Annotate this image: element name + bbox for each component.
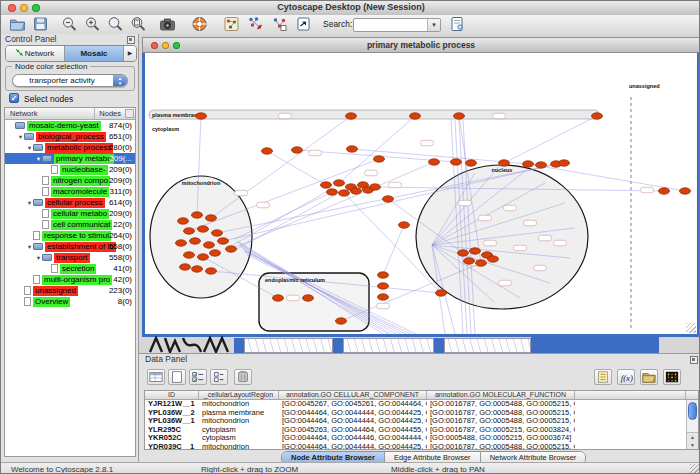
network-node[interactable] bbox=[680, 188, 691, 194]
network-node[interactable] bbox=[374, 156, 385, 162]
network-window[interactable]: primary metabolic process plasma membran… bbox=[142, 37, 700, 337]
tree-row[interactable]: multi-organism pro42(0) bbox=[5, 274, 135, 285]
network-node[interactable] bbox=[292, 147, 303, 153]
network-node[interactable] bbox=[190, 238, 201, 244]
attribute-batch-editor-icon[interactable] bbox=[594, 369, 612, 385]
network-node[interactable] bbox=[451, 159, 462, 165]
tab-overflow-arrow[interactable]: ▶ bbox=[124, 46, 136, 61]
network-node[interactable] bbox=[536, 162, 547, 168]
table-row[interactable]: YPL036W__1mitochondrion[GO:0044464, GO:0… bbox=[145, 417, 686, 426]
network-node[interactable] bbox=[321, 182, 332, 188]
network-node[interactable] bbox=[196, 113, 207, 119]
network-node[interactable] bbox=[192, 212, 203, 218]
network-node[interactable] bbox=[399, 222, 410, 228]
network-node[interactable] bbox=[303, 295, 314, 301]
delete-attribute-icon[interactable] bbox=[234, 369, 252, 385]
network-node[interactable] bbox=[383, 196, 394, 202]
scrollbar-arrows[interactable]: ▲▼ bbox=[687, 432, 698, 449]
select-nodes-checkbox[interactable]: ✓ bbox=[9, 93, 19, 103]
network-node[interactable] bbox=[347, 146, 358, 152]
expander-icon[interactable]: ▼ bbox=[35, 255, 42, 261]
network-node[interactable] bbox=[592, 113, 603, 119]
network-node[interactable] bbox=[198, 226, 209, 232]
search-dropdown-arrow[interactable]: ▾ bbox=[427, 19, 440, 31]
zoom-out-icon[interactable] bbox=[61, 16, 78, 32]
save-session-icon[interactable] bbox=[32, 16, 49, 32]
network-node[interactable] bbox=[184, 228, 195, 234]
search-options-icon[interactable] bbox=[449, 16, 466, 32]
tree-row[interactable]: ▼primary metabo209(... bbox=[5, 153, 135, 164]
import-attributes-icon[interactable] bbox=[640, 369, 658, 385]
network-node[interactable] bbox=[204, 242, 215, 248]
network-node[interactable] bbox=[346, 113, 357, 119]
background-window-edge[interactable] bbox=[234, 338, 244, 353]
network-node[interactable] bbox=[184, 252, 195, 258]
attribute-matrix-icon[interactable] bbox=[663, 369, 681, 385]
background-window-sliver[interactable] bbox=[244, 338, 333, 353]
tree-row[interactable]: cellular metabo209(0) bbox=[5, 208, 135, 219]
network-node[interactable] bbox=[339, 190, 350, 196]
app-resize-grip[interactable] bbox=[690, 464, 700, 474]
network-node[interactable] bbox=[206, 268, 217, 274]
window-resize-grip[interactable] bbox=[686, 323, 696, 333]
unselect-all-attributes-icon[interactable] bbox=[210, 369, 228, 385]
table-row[interactable]: YPL036W__2plasma membrane[GO:0044464, GO… bbox=[145, 409, 686, 418]
network-node[interactable] bbox=[464, 258, 475, 264]
tree-row[interactable]: ▼metabolic process280(0) bbox=[5, 142, 135, 153]
expander-icon[interactable]: ▼ bbox=[26, 244, 33, 250]
network-node[interactable] bbox=[206, 215, 217, 221]
network-node[interactable] bbox=[466, 160, 477, 166]
background-window-sliver[interactable] bbox=[444, 338, 531, 353]
background-window-edge[interactable] bbox=[434, 338, 444, 353]
search-input[interactable] bbox=[355, 19, 425, 29]
background-window-sliver[interactable] bbox=[343, 338, 434, 353]
vizmapper-icon[interactable] bbox=[223, 16, 240, 32]
column-header[interactable]: annotation.GO CELLULAR_COMPONENT bbox=[279, 391, 427, 399]
network-node[interactable] bbox=[429, 159, 440, 165]
network-node[interactable] bbox=[334, 180, 345, 186]
zoom-selected-icon[interactable] bbox=[130, 16, 147, 32]
table-row[interactable]: YLR295Ccytoplasm[GO:0045263, GO:0044464,… bbox=[145, 426, 686, 435]
tree-row[interactable]: unassigned223(0) bbox=[5, 285, 135, 296]
table-row[interactable]: YJR121W__1mitochondrion[GO:0045267, GO:0… bbox=[145, 400, 686, 409]
column-header[interactable]: ID bbox=[145, 391, 199, 399]
network-node[interactable] bbox=[218, 238, 229, 244]
tree-row[interactable]: response to stimul264(0) bbox=[5, 230, 135, 241]
tree-row[interactable]: ▼establishment of lo558(0) bbox=[5, 241, 135, 252]
expander-icon[interactable]: ▼ bbox=[26, 145, 33, 151]
network-node[interactable] bbox=[327, 189, 338, 195]
table-row[interactable]: YDR039C__1mitochondrion[GO:0044464, GO:0… bbox=[145, 443, 686, 451]
network-node[interactable] bbox=[226, 246, 237, 252]
network-node[interactable] bbox=[523, 161, 534, 167]
help-icon[interactable] bbox=[191, 16, 208, 32]
network-node[interactable] bbox=[192, 266, 203, 272]
network-node[interactable] bbox=[378, 283, 389, 289]
tree-row[interactable]: Overview8(0) bbox=[5, 296, 135, 307]
new-attribute-icon[interactable] bbox=[168, 369, 186, 385]
network-node[interactable] bbox=[336, 318, 347, 324]
select-attributes-icon[interactable] bbox=[147, 369, 165, 385]
network-node[interactable] bbox=[488, 256, 499, 262]
expander-icon[interactable]: ▼ bbox=[17, 134, 24, 140]
network-node[interactable] bbox=[378, 272, 389, 278]
network-node[interactable] bbox=[410, 113, 421, 119]
network-node[interactable] bbox=[559, 160, 570, 166]
tree-row[interactable]: mosaic-demo-yeast874(0) bbox=[5, 120, 135, 131]
network-node[interactable] bbox=[378, 294, 389, 300]
tree-row[interactable]: cell communicat22(0) bbox=[5, 219, 135, 230]
background-window-edge-wide[interactable] bbox=[531, 337, 659, 353]
network-node[interactable] bbox=[351, 188, 362, 194]
tab-network[interactable]: Network bbox=[6, 46, 65, 61]
network-node[interactable] bbox=[212, 230, 223, 236]
network-node[interactable] bbox=[198, 254, 209, 260]
expander-icon[interactable]: ▼ bbox=[35, 156, 42, 162]
tree-row[interactable]: secretion41(0) bbox=[5, 263, 135, 274]
zoom-fit-icon[interactable] bbox=[107, 16, 124, 32]
open-file-icon[interactable] bbox=[9, 16, 26, 32]
zoom-in-icon[interactable] bbox=[84, 16, 101, 32]
network-node[interactable] bbox=[470, 248, 481, 254]
background-window-edge[interactable] bbox=[333, 338, 343, 353]
network-node[interactable] bbox=[458, 250, 469, 256]
network-node[interactable] bbox=[499, 160, 510, 166]
scrollbar-thumb[interactable] bbox=[688, 402, 697, 420]
